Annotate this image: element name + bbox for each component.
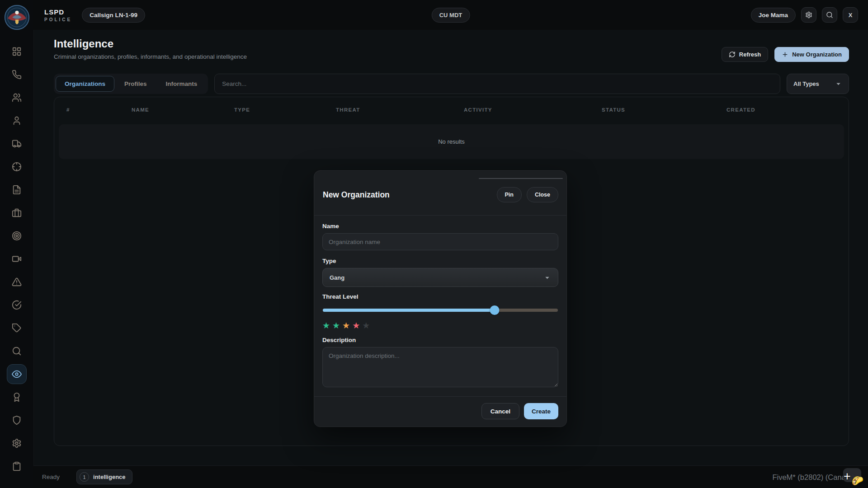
search-input[interactable]: [214, 74, 780, 94]
column-header: TYPE: [234, 107, 336, 113]
brand: LSPD POLICE: [44, 8, 72, 22]
star-icon[interactable]: ★: [332, 321, 340, 330]
sidebar-item-check-circle[interactable]: [7, 295, 27, 315]
star-icon[interactable]: ★: [352, 321, 360, 330]
table-header-row: #NAMETYPETHREATACTIVITYSTATUSCREATED: [54, 97, 849, 121]
refresh-button[interactable]: Refresh: [722, 47, 768, 62]
column-header: CREATED: [726, 107, 849, 113]
sidebar-item-user[interactable]: [7, 111, 27, 131]
sidebar-item-dashboard[interactable]: [7, 42, 27, 61]
threat-stars: ★★★★★: [322, 321, 558, 330]
description-label: Description: [322, 337, 558, 343]
threat-slider-fill: [323, 309, 495, 312]
user-icon: [12, 116, 22, 126]
sidebar-item-target[interactable]: [7, 226, 27, 246]
users-icon: [12, 93, 22, 103]
name-label: Name: [322, 223, 558, 230]
toolbar: OrganizationsProfilesInformants All Type…: [54, 74, 849, 94]
modal-title: New Organization: [323, 190, 390, 200]
settings-button[interactable]: [801, 7, 816, 23]
session-tab[interactable]: 1 intelligence: [76, 469, 132, 484]
sidebar-item-eye[interactable]: [7, 364, 27, 384]
sidebar: [0, 0, 33, 488]
phone-icon: [12, 70, 22, 80]
sidebar-item-award[interactable]: [7, 387, 27, 407]
brand-title: LSPD: [44, 8, 72, 16]
column-header: STATUS: [602, 107, 726, 113]
column-header: #: [66, 107, 132, 113]
new-organization-button-label: New Organization: [792, 51, 842, 58]
new-organization-modal: New Organization Pin Close Name Type Gan…: [314, 170, 567, 427]
tab-informants[interactable]: Informants: [157, 76, 207, 92]
type-label: Type: [322, 258, 558, 264]
statusbar: Ready 1 intelligence FiveM* (b2802) (Can…: [33, 465, 868, 488]
sidebar-item-briefcase[interactable]: [7, 203, 27, 223]
file-text-icon: [12, 185, 22, 195]
modal-header-actions: Pin Close: [497, 187, 559, 202]
refresh-button-label: Refresh: [739, 51, 761, 58]
topbar-actions: Joe Mama X: [751, 7, 858, 23]
tab-organizations[interactable]: Organizations: [56, 76, 114, 92]
gear-icon: [12, 438, 22, 448]
sidebar-item-users[interactable]: [7, 88, 27, 108]
award-icon: [12, 392, 22, 402]
callsign-badge[interactable]: Callsign LN-1-99: [82, 8, 145, 23]
mdt-badge: CU MDT: [432, 8, 470, 23]
tab-profiles[interactable]: Profiles: [115, 76, 156, 92]
clipboard-icon: [12, 461, 22, 471]
star-icon[interactable]: ★: [342, 321, 350, 330]
type-filter-value: All Types: [793, 80, 819, 87]
check-circle-icon: [12, 300, 22, 310]
page-subtitle: Criminal organizations, profiles, inform…: [54, 53, 247, 60]
organization-name-input[interactable]: [322, 233, 558, 250]
sidebar-nav: [7, 42, 27, 476]
star-icon[interactable]: ★: [322, 321, 330, 330]
sidebar-item-search[interactable]: [7, 341, 27, 361]
sidebar-item-file-text[interactable]: [7, 180, 27, 200]
type-filter-select[interactable]: All Types: [787, 74, 849, 94]
threat-level-slider[interactable]: [323, 305, 558, 315]
threat-level-label: Threat Level: [322, 293, 558, 300]
organization-description-textarea[interactable]: [322, 347, 558, 387]
search-button[interactable]: [822, 7, 837, 23]
crosshair-icon: [12, 162, 22, 172]
sidebar-item-shield[interactable]: [7, 410, 27, 430]
video-icon: [12, 254, 22, 264]
dashboard-icon: [12, 47, 22, 56]
brand-subtitle: POLICE: [44, 17, 72, 22]
sidebar-item-crosshair[interactable]: [7, 157, 27, 177]
modal-drag-handle[interactable]: [479, 178, 563, 179]
tab-count-badge: 1: [80, 472, 89, 482]
sidebar-item-phone[interactable]: [7, 65, 27, 84]
status-text: Ready: [42, 474, 60, 480]
fivem-watermark: FiveM* (b2802) (Canary): [772, 473, 854, 481]
sidebar-item-clipboard[interactable]: [7, 456, 27, 476]
new-organization-button[interactable]: New Organization: [774, 47, 849, 62]
sidebar-item-tag[interactable]: [7, 318, 27, 338]
truck-icon: [12, 139, 22, 149]
threat-slider-thumb[interactable]: [490, 305, 499, 315]
create-button[interactable]: Create: [524, 403, 558, 419]
sidebar-item-gear[interactable]: [7, 433, 27, 453]
sidebar-item-video[interactable]: [7, 249, 27, 269]
organization-type-select[interactable]: Gang: [322, 268, 558, 287]
empty-message: No results: [438, 138, 465, 145]
chevron-down-icon: [543, 274, 551, 282]
cancel-button[interactable]: Cancel: [481, 403, 519, 419]
topbar: LSPD POLICE Callsign LN-1-99 CU MDT Joe …: [33, 0, 868, 30]
briefcase-icon: [12, 208, 22, 218]
target-icon: [12, 231, 22, 241]
star-icon[interactable]: ★: [362, 321, 370, 330]
page-title: Intelligence: [54, 38, 247, 50]
close-modal-button[interactable]: Close: [527, 187, 558, 202]
sidebar-item-truck[interactable]: [7, 134, 27, 154]
pin-button[interactable]: Pin: [497, 187, 522, 202]
close-mdt-button[interactable]: X: [843, 7, 858, 23]
page-header: Intelligence Criminal organizations, pro…: [54, 38, 849, 62]
user-button[interactable]: Joe Mama: [751, 8, 796, 23]
sidebar-item-alert-triangle[interactable]: [7, 272, 27, 292]
session-tab-label: intelligence: [93, 474, 126, 480]
column-header: THREAT: [336, 107, 464, 113]
shield-icon: [12, 415, 22, 425]
search-icon: [12, 346, 22, 356]
